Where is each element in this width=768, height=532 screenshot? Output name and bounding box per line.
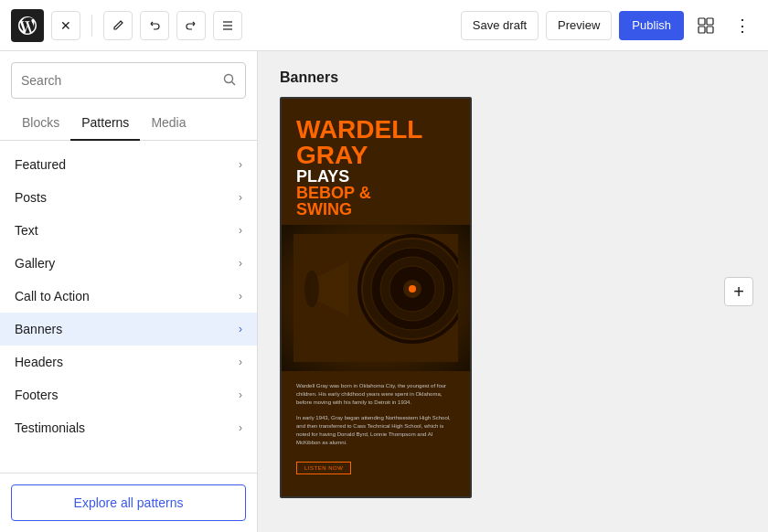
banner-body-p2: In early 1943, Gray began attending Nort…	[296, 414, 455, 447]
svg-point-17	[304, 271, 319, 307]
list-view-icon	[221, 19, 234, 32]
svg-rect-6	[707, 27, 713, 33]
sidebar-item-label: Banners	[15, 322, 62, 336]
sidebar-item-footers[interactable]: Footers ›	[0, 378, 257, 411]
svg-point-16	[409, 285, 416, 293]
sidebar-item-label: Footers	[15, 388, 58, 402]
undo-icon	[148, 19, 161, 32]
search-input[interactable]	[21, 73, 216, 88]
preview-button[interactable]: Preview	[546, 11, 612, 40]
banner-title-line4: BEBOP &	[296, 185, 455, 201]
chevron-right-icon: ›	[239, 356, 242, 368]
sidebar-item-label: Call to Action	[15, 289, 90, 303]
sidebar-item-text[interactable]: Text ›	[0, 214, 257, 247]
sidebar-item-gallery[interactable]: Gallery ›	[0, 247, 257, 280]
sidebar-item-label: Posts	[15, 190, 47, 205]
close-button[interactable]: ✕	[51, 11, 80, 40]
sidebar-item-label: Featured	[15, 157, 66, 172]
settings-icon	[698, 17, 714, 34]
redo-button[interactable]	[176, 11, 206, 40]
chevron-right-icon: ›	[239, 323, 242, 335]
chevron-right-icon: ›	[239, 290, 242, 303]
banner-title-line3: PLAYS	[296, 168, 455, 185]
search-box	[11, 62, 246, 99]
banner-title-line2: GRAY	[296, 143, 455, 168]
chevron-right-icon: ›	[239, 224, 242, 237]
sidebar-item-label: Headers	[15, 355, 63, 369]
banner-title-area: WARDELL GRAY PLAYS BEBOP & SWING	[282, 99, 470, 218]
chevron-right-icon: ›	[239, 421, 242, 434]
banner-title-line1: WARDELL	[296, 117, 455, 143]
sidebar-item-call-to-action[interactable]: Call to Action ›	[0, 280, 257, 313]
chevron-right-icon: ›	[239, 388, 242, 401]
toolbar-separator-1	[91, 15, 92, 37]
content-area: Banners WARDELL GRAY PLAYS BEBOP & SWING	[258, 51, 768, 532]
toolbar: ✕ Save draft Preview Publish	[0, 0, 768, 51]
explore-all-patterns-button[interactable]: Explore all patterns	[11, 484, 246, 521]
wp-logo[interactable]	[11, 9, 44, 42]
svg-rect-4	[707, 18, 713, 25]
redo-icon	[185, 19, 197, 32]
tab-blocks[interactable]: Blocks	[11, 106, 70, 141]
publish-button[interactable]: Publish	[619, 11, 684, 40]
banner-image-svg	[293, 234, 458, 362]
sidebar-item-label: Text	[15, 223, 38, 238]
banner-body-area: Wardell Gray was born in Oklahoma City, …	[282, 371, 470, 496]
wp-logo-icon	[18, 16, 37, 35]
chevron-right-icon: ›	[239, 158, 242, 171]
chevron-right-icon: ›	[239, 191, 242, 204]
banner-pattern-card[interactable]: WARDELL GRAY PLAYS BEBOP & SWING	[280, 97, 472, 498]
sidebar-item-label: Testimonials	[15, 420, 85, 435]
sidebar-item-headers[interactable]: Headers ›	[0, 346, 257, 378]
svg-line-8	[232, 81, 236, 85]
sidebar-item-label: Gallery	[15, 256, 55, 271]
toolbar-right-actions: Save draft Preview Publish ⋮	[461, 11, 757, 40]
banner-image	[282, 225, 470, 371]
search-icon	[223, 73, 236, 89]
edit-mode-button[interactable]	[103, 11, 133, 40]
main-area: Blocks Patterns Media Featured › Posts ›…	[0, 51, 768, 532]
banner-title-line5: SWING	[296, 201, 455, 218]
sidebar-item-featured[interactable]: Featured ›	[0, 148, 257, 181]
chevron-right-icon: ›	[239, 257, 242, 270]
tab-patterns[interactable]: Patterns	[70, 106, 140, 141]
search-area	[0, 51, 257, 106]
banner-body-p1: Wardell Gray was born in Oklahoma City, …	[296, 382, 455, 407]
sidebar-list: Featured › Posts › Text › Gallery › Call…	[0, 141, 257, 473]
sidebar-item-banners[interactable]: Banners ›	[0, 313, 257, 346]
sidebar-item-posts[interactable]: Posts ›	[0, 181, 257, 214]
pencil-icon	[112, 19, 124, 32]
list-view-button[interactable]	[213, 11, 242, 40]
svg-rect-5	[699, 27, 705, 33]
sidebar-item-testimonials[interactable]: Testimonials ›	[0, 411, 257, 444]
save-draft-button[interactable]: Save draft	[461, 11, 539, 40]
undo-button[interactable]	[140, 11, 169, 40]
banner-listen-btn: LISTEN NOW	[296, 462, 351, 474]
sidebar: Blocks Patterns Media Featured › Posts ›…	[0, 51, 258, 532]
svg-point-7	[225, 74, 233, 82]
add-block-button[interactable]: +	[724, 277, 753, 306]
tab-media[interactable]: Media	[140, 106, 197, 141]
tabs: Blocks Patterns Media	[0, 106, 257, 141]
content-header: Banners	[258, 51, 768, 97]
patterns-preview-area: WARDELL GRAY PLAYS BEBOP & SWING	[258, 97, 768, 498]
svg-rect-3	[699, 18, 705, 25]
more-options-button[interactable]: ⋮	[728, 11, 757, 40]
settings-button[interactable]	[691, 11, 720, 40]
explore-btn-area: Explore all patterns	[0, 473, 257, 532]
